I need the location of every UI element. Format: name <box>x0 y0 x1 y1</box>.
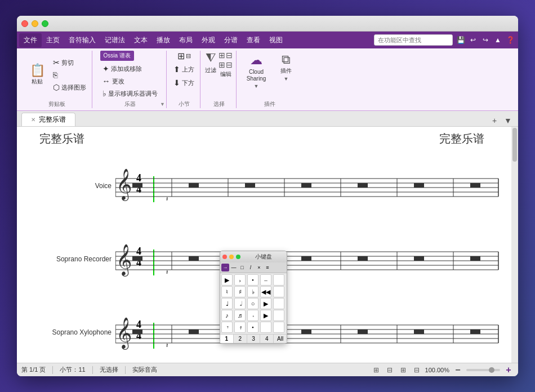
status-icon-2[interactable]: ⊟ <box>385 365 395 375</box>
kp-btn-half[interactable]: 𝅗𝅥 <box>234 298 246 309</box>
tab-bar: ✕ 完整乐谱 + ▼ <box>17 111 518 127</box>
menu-item-notation[interactable]: 记谱法 <box>100 33 130 47</box>
status-icon-1[interactable]: ⊞ <box>371 365 381 375</box>
kp-btn-dash[interactable]: – <box>260 274 271 286</box>
copy-button[interactable]: ⎘ <box>51 69 88 81</box>
kp-btn-whole[interactable]: ○ <box>247 298 258 309</box>
undo-icon[interactable]: ↩ <box>467 34 479 46</box>
menu-item-view[interactable]: 视图 <box>265 33 287 47</box>
collapse-icon[interactable]: ▲ <box>492 34 503 46</box>
status-icon-4[interactable]: ⊟ <box>412 365 422 375</box>
select-shapes-button[interactable]: ⬡ 选择图形 <box>51 82 88 93</box>
menu-item-layout[interactable]: 布局 <box>175 33 197 47</box>
kp-btn-empty5[interactable] <box>260 322 271 333</box>
maximize-button[interactable] <box>42 20 48 27</box>
kp-toolbar-btn-4[interactable]: / <box>247 264 255 271</box>
close-button[interactable] <box>21 20 28 27</box>
menu-item-appearance[interactable]: 外观 <box>197 33 220 47</box>
kp-btn-sharp[interactable]: ♯ <box>234 286 246 297</box>
menu-item-review[interactable]: 查看 <box>242 33 265 47</box>
kp-btn-quarter[interactable]: ♩ <box>221 298 233 309</box>
kp-toolbar-btn-6[interactable]: ≡ <box>264 264 271 271</box>
copy-icon: ⎘ <box>53 70 57 79</box>
kp-btn-flat[interactable]: ♭ <box>247 286 258 297</box>
kp-btn-play[interactable]: ▶ <box>260 298 271 309</box>
paste-icon: 📋 <box>30 64 45 77</box>
scroll-bar[interactable] <box>511 127 518 363</box>
kp-tab-all[interactable]: All <box>274 335 287 343</box>
save-icon[interactable]: 💾 <box>455 34 466 46</box>
kp-btn-accent[interactable]: › <box>234 274 246 286</box>
svg-rect-19 <box>470 183 480 188</box>
menu-item-play[interactable]: 播放 <box>152 33 175 47</box>
plugins-button[interactable]: ⧉ 插件 ▼ <box>274 51 298 84</box>
kp-tab-3[interactable]: 3 <box>247 335 261 343</box>
add-tab-button[interactable]: + <box>489 115 500 126</box>
kp-btn-staccato[interactable]: • <box>247 322 258 333</box>
kp-btn-natural[interactable]: ♮ <box>221 286 233 297</box>
ribbon-group-selection: ⧨ 过滤 ⊞ ⊟ ⊞ ⊟ 编辑 <box>202 51 237 108</box>
menu-item-home[interactable]: 主页 <box>42 33 64 47</box>
menu-item-parts[interactable]: 分谱 <box>220 33 242 47</box>
kp-btn-rewind[interactable]: ◀◀ <box>260 286 271 297</box>
zoom-slider[interactable] <box>466 369 500 371</box>
kp-btn-thirtysecond[interactable]: 𝆹 <box>247 310 258 321</box>
expand-icon[interactable]: ▼ <box>160 101 165 107</box>
tab-close-icon[interactable]: ✕ <box>31 117 35 123</box>
keypad-maximize[interactable] <box>236 255 240 259</box>
kp-btn-empty4[interactable] <box>273 310 284 321</box>
kp-btn-eighth[interactable]: ♪ <box>221 310 233 321</box>
kp-btn-empty1[interactable] <box>273 274 284 286</box>
zoom-thumb[interactable] <box>489 367 494 373</box>
kp-btn-empty6[interactable] <box>273 322 284 333</box>
kp-btn-empty3[interactable] <box>273 298 284 309</box>
svg-rect-36 <box>301 256 311 261</box>
kp-btn-arrow[interactable]: ▶ <box>221 274 233 286</box>
main-window: 文件 主页 音符输入 记谱法 文本 播放 布局 外观 分谱 查看 视图 💾 ↩ … <box>17 16 518 376</box>
kp-btn-play2[interactable]: ▶ <box>260 310 271 321</box>
kp-btn-sixteenth[interactable]: ♬ <box>234 310 246 321</box>
zoom-out-button[interactable]: − <box>453 365 463 375</box>
help-icon[interactable]: ❓ <box>505 34 516 46</box>
keypad-grid: ▶ › • – ♮ ♯ ♭ ◀◀ ♩ 𝅗𝅥 ○ ▶ ♪ ♬ 𝆹 <box>220 273 287 334</box>
score-tab[interactable]: ✕ 完整乐谱 <box>21 113 75 126</box>
menu-item-text[interactable]: 文本 <box>130 33 152 47</box>
staff-lines-recorder <box>115 250 511 283</box>
transposing-button[interactable]: ♭ 显示移调乐器调号 <box>100 88 160 99</box>
zoom-in-button[interactable]: + <box>503 365 514 375</box>
menu-item-file[interactable]: 文件 <box>19 33 42 47</box>
status-icon-3[interactable]: ⊞ <box>398 365 408 375</box>
redo-icon[interactable]: ↪ <box>480 34 491 46</box>
kp-btn-empty2[interactable] <box>273 286 284 297</box>
tab-menu-button[interactable]: ▼ <box>502 115 514 126</box>
kp-toolbar-btn-3[interactable]: □ <box>238 264 246 271</box>
cloud-sharing-button[interactable]: ☁ CloudSharing ▼ <box>241 51 271 91</box>
kp-btn-rest1[interactable]: 𝄾 <box>221 322 233 333</box>
keypad-close[interactable] <box>222 255 227 259</box>
svg-rect-54 <box>189 329 199 334</box>
minimize-button[interactable] <box>32 20 38 27</box>
paste-button[interactable]: 📋 粘贴 <box>25 58 50 92</box>
kp-tab-2[interactable]: 2 <box>234 335 247 343</box>
below-button[interactable]: ⬇ 下方 <box>171 77 197 88</box>
above-button[interactable]: ⬆ 上方 <box>171 64 197 75</box>
menu-item-note-input[interactable]: 音符输入 <box>64 33 100 47</box>
kp-btn-rest2[interactable]: 𝄿 <box>234 322 246 333</box>
add-remove-button[interactable]: ✦ 添加或移除 <box>100 63 144 74</box>
kp-btn-dot[interactable]: • <box>247 274 258 286</box>
cut-button[interactable]: ✂ 剪切 <box>51 57 88 68</box>
search-input[interactable] <box>374 34 453 46</box>
below-icon: ⬇ <box>173 78 180 87</box>
clipboard-label: 剪贴板 <box>48 99 65 108</box>
kp-toolbar-btn-1[interactable]: → <box>221 264 229 271</box>
kp-tab-1[interactable]: 1 <box>220 335 234 343</box>
keypad-minimize[interactable] <box>229 255 234 259</box>
change-button[interactable]: ↔ 更改 <box>100 75 127 87</box>
kp-toolbar-btn-2[interactable]: — <box>230 264 238 271</box>
clipboard-items: 📋 粘贴 ✂ 剪切 ⎘ ⬡ 选择图形 <box>25 51 88 99</box>
selection-items: ⧨ 过滤 ⊞ ⊟ ⊞ ⊟ 编辑 <box>205 51 233 99</box>
kp-toolbar-btn-5[interactable]: × <box>255 264 263 271</box>
scroll-thumb[interactable] <box>512 128 517 162</box>
svg-rect-57 <box>358 329 368 334</box>
kp-tab-4[interactable]: 4 <box>260 335 274 343</box>
